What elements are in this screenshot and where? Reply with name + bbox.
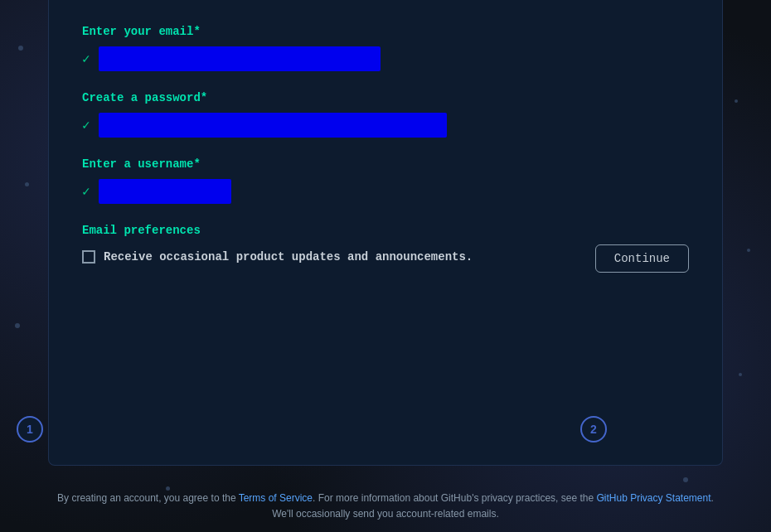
privacy-statement-link[interactable]: GitHub Privacy Statement bbox=[596, 492, 710, 504]
password-field-group: Create a password* ✓ bbox=[82, 91, 689, 138]
footer: By creating an account, you agree to the… bbox=[48, 491, 723, 522]
email-preferences-checkbox[interactable] bbox=[82, 250, 95, 264]
username-field-group: Enter a username* ✓ bbox=[82, 157, 689, 204]
footer-text-middle: . For more information about GitHub's pr… bbox=[313, 492, 596, 504]
password-field-row: ✓ bbox=[82, 113, 689, 138]
terms-of-service-link[interactable]: Terms of Service bbox=[239, 492, 313, 504]
step-1-indicator: 1 bbox=[17, 416, 43, 443]
email-field-row: ✓ bbox=[82, 46, 689, 71]
footer-text-before: By creating an account, you agree to the bbox=[57, 492, 239, 504]
email-field-group: Enter your email* ✓ bbox=[82, 25, 689, 71]
email-label: Enter your email* bbox=[82, 25, 689, 38]
username-checkmark-icon: ✓ bbox=[82, 183, 90, 200]
password-input[interactable] bbox=[99, 113, 447, 138]
email-preferences-text: Receive occasional product updates and a… bbox=[104, 249, 473, 266]
main-form-container: Enter your email* ✓ Create a password* ✓… bbox=[48, 0, 723, 466]
email-input[interactable] bbox=[99, 46, 381, 71]
username-label: Enter a username* bbox=[82, 157, 689, 171]
username-input[interactable] bbox=[99, 179, 231, 204]
email-checkmark-icon: ✓ bbox=[82, 51, 90, 67]
password-checkmark-icon: ✓ bbox=[82, 117, 90, 133]
email-preferences-label: Email preferences bbox=[82, 224, 689, 237]
username-field-row: ✓ bbox=[82, 179, 689, 204]
password-label: Create a password* bbox=[82, 91, 689, 104]
step-2-indicator: 2 bbox=[580, 416, 607, 443]
continue-button[interactable]: Continue bbox=[595, 244, 689, 273]
